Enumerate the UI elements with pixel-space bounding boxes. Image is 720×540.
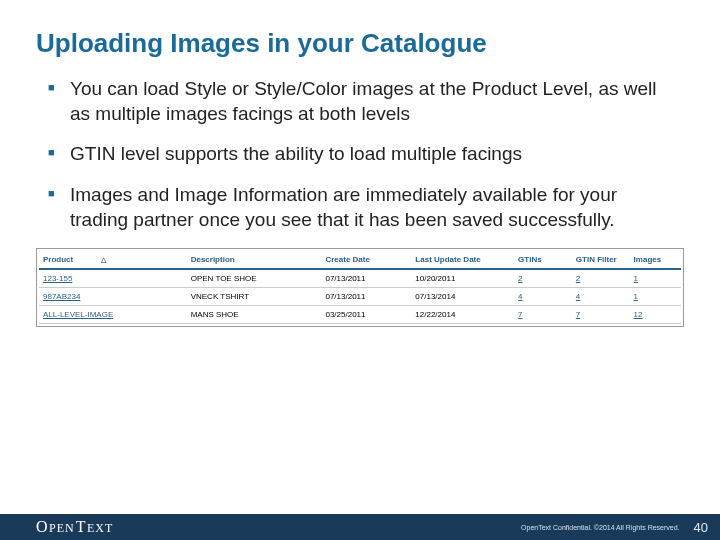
col-product[interactable]: Product △ bbox=[39, 251, 187, 269]
logo-part: PEN bbox=[49, 521, 75, 536]
logo-part: T bbox=[76, 518, 86, 536]
cell-images[interactable]: 12 bbox=[630, 306, 681, 324]
cell-last-update: 12/22/2014 bbox=[411, 306, 514, 324]
col-description[interactable]: Description bbox=[187, 251, 322, 269]
footer-bar: OPENTEXT OpenText Confidential. ©2014 Al… bbox=[0, 514, 720, 540]
cell-gtin-filter[interactable]: 4 bbox=[572, 288, 630, 306]
table-row: 987AB234 VNECK TSHIRT 07/13/2011 07/13/2… bbox=[39, 288, 681, 306]
cell-product[interactable]: 123-155 bbox=[39, 269, 187, 288]
cell-last-update: 07/13/2014 bbox=[411, 288, 514, 306]
bullet-list: You can load Style or Style/Color images… bbox=[0, 59, 720, 232]
cell-create-date: 07/13/2011 bbox=[321, 288, 411, 306]
cell-description: MANS SHOE bbox=[187, 306, 322, 324]
table-header-row: Product △ Description Create Date Last U… bbox=[39, 251, 681, 269]
confidential-text: OpenText Confidential. ©2014 All Rights … bbox=[521, 524, 679, 531]
cell-gtin-filter[interactable]: 2 bbox=[572, 269, 630, 288]
table-row: ALL-LEVEL-IMAGE MANS SHOE 03/25/2011 12/… bbox=[39, 306, 681, 324]
logo-part: EXT bbox=[87, 521, 113, 536]
col-create-date[interactable]: Create Date bbox=[321, 251, 411, 269]
col-product-label: Product bbox=[43, 255, 73, 264]
cell-create-date: 07/13/2011 bbox=[321, 269, 411, 288]
cell-description: VNECK TSHIRT bbox=[187, 288, 322, 306]
cell-images[interactable]: 1 bbox=[630, 288, 681, 306]
col-gtin-filter[interactable]: GTIN Filter bbox=[572, 251, 630, 269]
bullet-item: GTIN level supports the ability to load … bbox=[48, 142, 672, 167]
cell-create-date: 03/25/2011 bbox=[321, 306, 411, 324]
cell-last-update: 10/20/2011 bbox=[411, 269, 514, 288]
opentext-logo: OPENTEXT bbox=[36, 518, 113, 536]
bullet-item: Images and Image Information are immedia… bbox=[48, 183, 672, 232]
cell-images[interactable]: 1 bbox=[630, 269, 681, 288]
cell-gtins[interactable]: 2 bbox=[514, 269, 572, 288]
product-table: Product △ Description Create Date Last U… bbox=[39, 251, 681, 324]
cell-description: OPEN TOE SHOE bbox=[187, 269, 322, 288]
cell-product[interactable]: ALL-LEVEL-IMAGE bbox=[39, 306, 187, 324]
bullet-item: You can load Style or Style/Color images… bbox=[48, 77, 672, 126]
col-last-update[interactable]: Last Update Date bbox=[411, 251, 514, 269]
cell-gtins[interactable]: 4 bbox=[514, 288, 572, 306]
page-number: 40 bbox=[694, 520, 708, 535]
cell-gtins[interactable]: 7 bbox=[514, 306, 572, 324]
slide: Uploading Images in your Catalogue You c… bbox=[0, 0, 720, 540]
col-gtins[interactable]: GTINs bbox=[514, 251, 572, 269]
cell-product[interactable]: 987AB234 bbox=[39, 288, 187, 306]
table-row: 123-155 OPEN TOE SHOE 07/13/2011 10/20/2… bbox=[39, 269, 681, 288]
product-table-container: Product △ Description Create Date Last U… bbox=[36, 248, 684, 327]
sort-asc-icon[interactable]: △ bbox=[101, 256, 106, 264]
cell-gtin-filter[interactable]: 7 bbox=[572, 306, 630, 324]
col-images[interactable]: Images bbox=[630, 251, 681, 269]
footer-right: OpenText Confidential. ©2014 All Rights … bbox=[521, 520, 708, 535]
slide-title: Uploading Images in your Catalogue bbox=[0, 0, 720, 59]
logo-part: O bbox=[36, 518, 48, 536]
